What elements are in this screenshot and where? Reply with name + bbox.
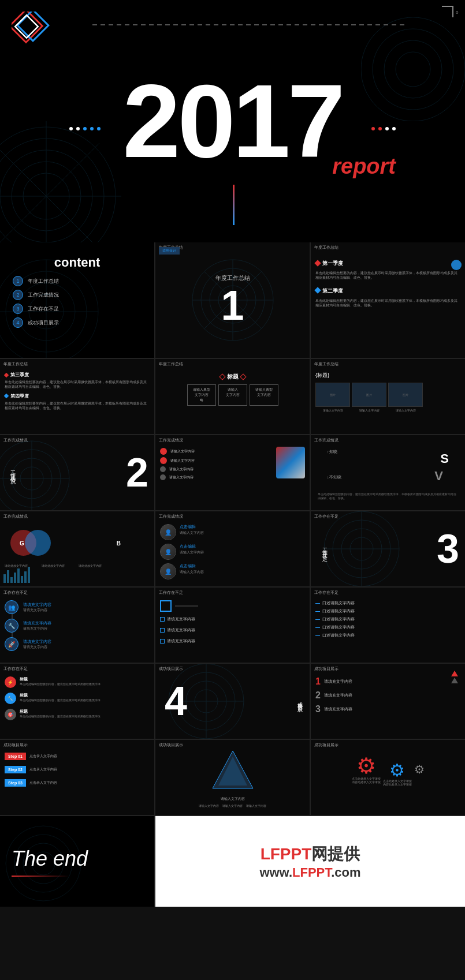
the-end-content: The end [12,847,88,877]
gears-content: ⚙ 点击此处录入文字请按 内容此处录入文字请按 ⚙ 点击此处录入文字请按 内容此… [315,745,460,786]
gear-icon-blue: ⚙ [383,762,412,779]
labeled-boxes-content: 标题 请输入典型 文字内容 略 请输入 文字内容 请输入典型 文字内容 [160,364,305,406]
check-text-3: 请填充文字内容 [167,638,195,644]
node-text-3: 请填充文字内容 请填充文字内容 [23,639,51,650]
sv-desc: 单击此处编辑您想要的内容，建议您在展示时采用微软雅黑字体，本模板所有图形均成多及… [318,492,458,500]
q1-title: 第一季度 [322,260,343,267]
checklist-square [160,600,172,612]
person-title-3: 点击编辑 [180,563,204,569]
list-dash-4 [315,627,320,628]
check-item-3: 请填充文字内容 [160,638,305,644]
box3-label: 请输入典型 [252,387,276,392]
proj-text-2: 请填充文字内容 [324,693,352,698]
q3q4-content: 第三季度 单击此处编辑您想要的内容，建议您在展示时采用微软雅黑字体，本模板所有图… [5,364,150,411]
svg-point-22 [0,260,98,358]
proj-text-1: 请填充文字内容 [324,679,352,684]
img-placeholder-3: 图片 [388,383,423,407]
project-items-label: 成功项目展示 [314,666,338,672]
q4-text: 单击此处编辑您想要的内容，建议您在展示时采用微软雅黑字体，本模板所有图形均成多及… [5,401,150,411]
slide-person-list: 工作完成情况 👤 点击编辑 请输入文字内容 👤 点击编辑 请输入文字内 [155,511,310,586]
footer-url: www. [259,865,292,880]
bottom-texts-row: 请输入文字内容 请输入文字内容 请输入文字内容 [199,804,266,807]
list-text-1: 口述请熟文字内容 [322,600,355,606]
list-dash-3 [315,619,320,620]
v-label: V [434,469,443,484]
check-box-2 [160,628,165,633]
sv-content: S V ↑知晓 ↓不知晓 单击此处编辑您想要的内容，建议您在展示时采用微软雅黑字… [315,440,460,506]
check-item-2: 请填充文字内容 [160,627,305,633]
venn-label: 工作完成情况 [3,514,28,519]
step-item-3: Step 03 点击录入文字内容 [5,779,150,787]
svg-point-15 [361,17,465,121]
check-text-2: 请填充文字内容 [167,627,195,633]
venn-b-label: B [117,540,121,546]
checklist-line [175,605,198,607]
list-dash-2 [315,611,320,612]
hero-logo [12,12,69,58]
person-avatar-2: 👤 [160,544,176,560]
list-items-content: 口述请熟文字内容 口述请熟文字内容 口述请熟文字内容 口述请熟文字内容 口述请熟… [315,592,460,638]
timeline-icon-3: 🎯 [5,709,16,720]
person-title-2: 点击编辑 [180,544,204,549]
q3q4-label: 年度工作总结 [3,361,28,367]
slide-checklist: 工作存在不足 请填充文字内容 请填充文字内容 请填充文字内容 [155,588,310,663]
bottom-text-2: 请输入文字内容 [222,804,243,807]
timeline-title-2: 标题 [20,693,101,698]
item-text-3: 请输入文字内容 [169,467,194,472]
item-text-4: 请输入文字内容 [169,475,194,480]
footer-line1: LFPPT网提供 [261,843,360,865]
timeline-icon-1: ⚡ [5,676,16,688]
gear-icon-red: ⚙ [352,755,381,777]
slide-icon-nodes: 工作存在不足 👥 请填充文字内容 请填充文字内容 🔧 请填充文字内容 [0,588,154,663]
node-1: 👥 请填充文字内容 请填充文字内容 [5,600,150,614]
section1-num: 1 [215,285,250,326]
q3-diamond [4,372,9,377]
slide-labeled-boxes: 年度工作总结 标题 请输入典型 文字内容 略 请输入 文字内容 请输入典型 [155,359,310,434]
check-box-1 [160,617,165,622]
triangle-red [451,671,458,676]
step-item-2: Step 02 点击录入文字内容 [5,766,150,773]
step-text-2: 点击录入文字内容 [29,767,57,772]
box3-sub: 文字内容 [252,392,276,398]
svg-text:0: 0 [456,10,459,15]
box1-sub: 文字内容 [189,392,214,398]
list-item-4: 口述请熟文字内容 [315,624,460,630]
title-tag-diamond2 [240,373,246,380]
red-circle-1 [160,448,167,455]
box2: 请输入 文字内容 [218,384,247,406]
svg-rect-17 [452,6,453,17]
slide-the-end: The end [0,816,154,907]
icon-nodes-content: 👥 请填充文字内容 请填充文字内容 🔧 请填充文字内容 请填充文字内容 🚀 [5,592,150,651]
step-text-3: 点击录入文字内容 [29,780,57,786]
section4-cn-block: 成功项目展示 [296,698,304,705]
box2-sub: 文字内容 [221,392,245,398]
svg-point-12 [396,52,430,87]
step-text-1: 点击录入文字内容 [29,754,57,759]
person-title-1: 点击编辑 [180,524,204,530]
hero-slide: 2017 report 0 [0,0,465,242]
checklist-diagram [160,600,305,612]
node-text-1: 请填充文字内容 请填充文字内容 [23,602,51,613]
section2-cn: 工作完成情况 [9,466,17,477]
slide-list-items: 工作存在不足 口述请熟文字内容 口述请熟文字内容 口述请熟文字内容 口述请熟文字… [311,588,465,663]
hero-radar-right [361,17,465,121]
person-item-3: 👤 点击编辑 请输入文字内容 [160,563,305,579]
venn-g-label: G [20,540,24,546]
person-list-content: 👤 点击编辑 请输入文字内容 👤 点击编辑 请输入文字内容 [160,516,305,579]
section4-cn: 成功项目展示 [296,698,304,705]
person-item-1: 👤 点击编辑 请输入文字内容 [160,524,305,540]
section2-inner: 工作完成情况 [5,466,21,479]
hero-dots-left [69,127,101,130]
list-text-5: 口述请熟文字内容 [322,633,355,638]
icon-nodes-list: 👥 请填充文字内容 请填充文字内容 🔧 请填充文字内容 请填充文字内容 🚀 [5,600,150,651]
hero-radar-left [0,115,127,242]
title-tag-text: 标题 [227,373,239,381]
images-title: {标题} [315,372,329,379]
node-icon-1: 👥 [5,600,18,614]
project-item-1: 1 请填充文字内容 [315,676,460,687]
gray-circle-2 [160,474,166,480]
node-sub-2: 请填充文字内容 [23,626,51,631]
timeline-desc-2: 单击此处编辑您想要的内容，建议您在展示时采用微软雅黑字体 [20,698,101,702]
hero-dashed-line [92,24,407,25]
slide-section4: 成功项目展示 4 成功项目展示 [155,664,310,739]
